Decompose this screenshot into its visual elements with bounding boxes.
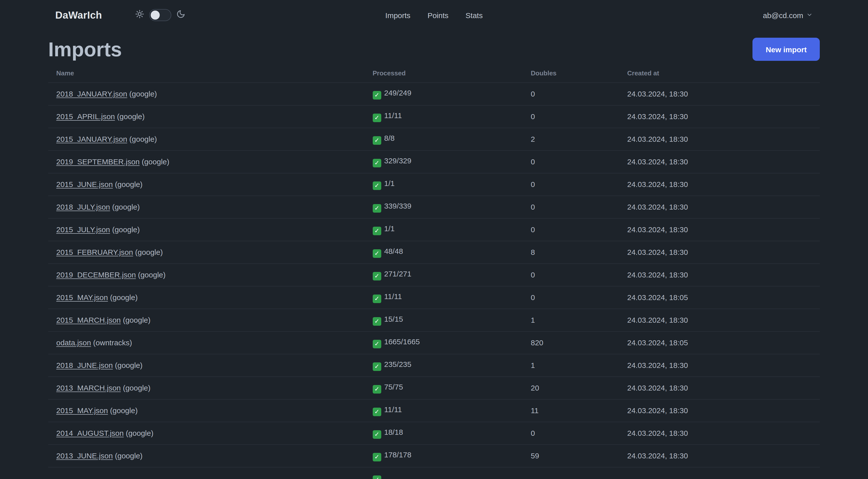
table-row: 2015_JULY.json (google) ✓1/1 0 24.03.202…	[48, 218, 820, 241]
user-email: ab@cd.com	[763, 11, 803, 19]
new-import-button[interactable]: New import	[753, 38, 820, 61]
doubles-cell: 0	[523, 422, 619, 444]
created-at-cell: 24.03.2024, 18:30	[619, 218, 820, 241]
imports-table: Name Processed Doubles Created at 2018_J…	[48, 64, 820, 479]
success-check-icon: ✓	[373, 294, 381, 303]
processed-count: 48/48	[384, 246, 403, 255]
processed-cell: ✓11/11	[365, 399, 523, 422]
processed-cell: ✓249/249	[365, 83, 523, 105]
import-source-label: (google)	[113, 361, 143, 369]
user-menu[interactable]: ab@cd.com	[763, 11, 813, 19]
doubles-cell: 59	[523, 444, 619, 467]
name-cell: 2015_APRIL.json (google)	[48, 105, 365, 128]
name-cell: odata.json (owntracks)	[48, 331, 365, 354]
processed-count: 271/271	[384, 269, 411, 278]
name-cell: 2019_SEPTEMBER.json (google)	[48, 150, 365, 173]
doubles-cell: 1	[523, 309, 619, 331]
import-source-label: (owntracks)	[91, 338, 132, 347]
import-file-link[interactable]: 2013_MARCH.json	[56, 384, 121, 392]
processed-count: 1/1	[384, 224, 395, 233]
processed-count: 329/329	[384, 156, 411, 164]
processed-count: 11/11	[384, 405, 402, 413]
success-check-icon: ✓	[373, 227, 381, 235]
nav-link-points[interactable]: Points	[428, 11, 448, 19]
chevron-down-icon	[806, 11, 813, 19]
processed-cell: ✓1665/1665	[365, 331, 523, 354]
theme-toggle-knob	[151, 10, 160, 20]
created-at-cell: 24.03.2024, 18:30	[619, 377, 820, 399]
success-check-icon: ✓	[373, 249, 381, 258]
created-at-cell: 24.03.2024, 18:30	[619, 354, 820, 377]
success-check-icon: ✓	[373, 204, 381, 212]
import-source-label: (google)	[140, 157, 169, 166]
success-check-icon: ✓	[373, 181, 381, 190]
processed-count: 249/249	[384, 88, 411, 97]
name-cell: 2014_AUGUST.json (google)	[48, 422, 365, 444]
import-file-link[interactable]: 2019_SEPTEMBER.json	[56, 157, 140, 166]
created-at-cell	[619, 467, 820, 479]
imports-table-head: Name Processed Doubles Created at	[48, 64, 820, 83]
success-check-icon: ✓	[373, 408, 381, 416]
processed-count: 15/15	[384, 315, 403, 323]
processed-cell: ✓48/48	[365, 241, 523, 263]
success-check-icon: ✓	[373, 158, 381, 167]
processed-count: 18/18	[384, 427, 403, 436]
app-logo[interactable]: DaWarIch	[55, 9, 102, 21]
import-file-link[interactable]: 2015_APRIL.json	[56, 112, 115, 121]
import-file-link[interactable]: 2018_JANUARY.json	[56, 89, 127, 98]
theme-toggle[interactable]	[149, 9, 171, 21]
table-row: 2018_JUNE.json (google) ✓235/235 1 24.03…	[48, 354, 820, 377]
success-check-icon: ✓	[373, 272, 381, 280]
processed-cell: ✓75/75	[365, 377, 523, 399]
table-row: 2015_JANUARY.json (google) ✓8/8 2 24.03.…	[48, 128, 820, 150]
created-at-cell: 24.03.2024, 18:30	[619, 422, 820, 444]
import-file-link[interactable]: 2019_DECEMBER.json	[56, 270, 136, 279]
import-file-link[interactable]: 2013_JUNE.json	[56, 451, 113, 460]
import-file-link[interactable]: 2018_JULY.json	[56, 203, 110, 211]
processed-cell: ✓178/178	[365, 444, 523, 467]
doubles-cell: 11	[523, 399, 619, 422]
processed-count: 339/339	[384, 201, 411, 210]
import-file-link[interactable]: 2015_JUNE.json	[56, 180, 113, 188]
success-check-icon: ✓	[373, 362, 381, 371]
import-file-link[interactable]: 2015_MARCH.json	[56, 316, 121, 324]
name-cell: 2013_JUNE.json (google)	[48, 444, 365, 467]
import-source-label: (google)	[124, 429, 153, 437]
nav-link-imports[interactable]: Imports	[385, 11, 410, 19]
import-source-label: (google)	[113, 180, 143, 188]
import-source-label: (google)	[110, 203, 140, 211]
table-row: 2015_JUNE.json (google) ✓1/1 0 24.03.202…	[48, 173, 820, 196]
processed-cell: ✓1/1	[365, 173, 523, 196]
import-file-link[interactable]: 2015_MAY.json	[56, 406, 108, 415]
import-source-label: (google)	[133, 248, 163, 256]
import-file-link[interactable]: odata.json	[56, 338, 91, 347]
processed-cell: ✓329/329	[365, 150, 523, 173]
import-file-link[interactable]: 2015_FEBRUARY.json	[56, 248, 133, 256]
success-check-icon: ✓	[373, 453, 381, 461]
created-at-cell: 24.03.2024, 18:30	[619, 105, 820, 128]
import-file-link[interactable]: 2015_JANUARY.json	[56, 135, 127, 143]
processed-count: 1/1	[384, 179, 395, 187]
moon-icon	[176, 9, 185, 21]
nav-link-stats[interactable]: Stats	[466, 11, 483, 19]
table-row-partial: ✓	[48, 467, 820, 479]
name-cell: 2015_MARCH.json (google)	[48, 309, 365, 331]
created-at-cell: 24.03.2024, 18:30	[619, 196, 820, 218]
doubles-cell: 1	[523, 354, 619, 377]
name-cell: 2018_JANUARY.json (google)	[48, 83, 365, 105]
processed-count: 8/8	[384, 133, 395, 142]
import-file-link[interactable]: 2015_JULY.json	[56, 225, 110, 234]
success-check-icon: ✓	[373, 317, 381, 325]
success-check-icon: ✓	[373, 430, 381, 439]
processed-count: 11/11	[384, 292, 402, 300]
name-cell: 2015_JUNE.json (google)	[48, 173, 365, 196]
import-file-link[interactable]: 2015_MAY.json	[56, 293, 108, 302]
processed-count: 235/235	[384, 360, 411, 368]
import-file-link[interactable]: 2014_AUGUST.json	[56, 429, 124, 437]
success-check-icon: ✓	[373, 136, 381, 145]
navbar: DaWarIch	[0, 0, 868, 30]
doubles-cell: 0	[523, 173, 619, 196]
import-file-link[interactable]: 2018_JUNE.json	[56, 361, 113, 369]
doubles-cell: 0	[523, 150, 619, 173]
processed-cell: ✓	[365, 467, 523, 479]
